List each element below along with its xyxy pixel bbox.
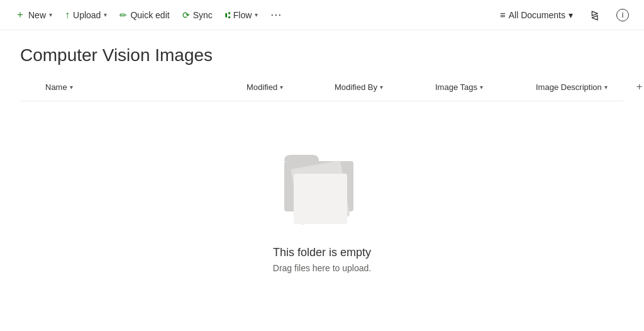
modified-by-sort-icon: ▾ xyxy=(380,84,383,91)
new-button[interactable]: ＋ New ▾ xyxy=(10,4,57,25)
image-description-column-label: Image Description xyxy=(536,82,602,92)
filter-button[interactable]: ⧎ xyxy=(586,5,604,25)
more-icon: ··· xyxy=(270,8,282,21)
add-column-button[interactable]: + xyxy=(636,78,642,96)
image-tags-sort-icon: ▾ xyxy=(480,84,483,91)
modified-by-column-label: Modified By xyxy=(335,82,377,92)
flow-button[interactable]: ⑆ Flow ▾ xyxy=(220,6,264,24)
new-chevron-icon: ▾ xyxy=(49,11,52,18)
flow-icon: ⑆ xyxy=(225,10,230,20)
upload-label: Upload xyxy=(73,10,101,20)
empty-state-subtitle: Drag files here to upload. xyxy=(273,263,371,273)
name-column-label: Name xyxy=(45,82,67,92)
modified-sort-icon: ▾ xyxy=(280,84,283,91)
flow-label: Flow xyxy=(233,10,252,20)
svg-rect-3 xyxy=(294,174,347,224)
new-label: New xyxy=(28,10,46,20)
image-tags-column-label: Image Tags xyxy=(435,82,477,92)
plus-icon: ＋ xyxy=(15,8,25,21)
sync-icon: ⟳ xyxy=(182,10,190,20)
sync-button[interactable]: ⟳ Sync xyxy=(177,6,218,24)
empty-folder-illustration xyxy=(278,126,366,233)
all-documents-label: All Documents xyxy=(509,10,565,20)
list-icon: ≡ xyxy=(500,9,506,20)
sync-label: Sync xyxy=(193,10,213,20)
quick-edit-label: Quick edit xyxy=(130,10,169,20)
filter-icon: ⧎ xyxy=(591,9,599,21)
modified-column-header[interactable]: Modified ▾ xyxy=(247,82,335,92)
column-headers: Name ▾ Modified ▾ Modified By ▾ Image Ta… xyxy=(20,78,624,101)
flow-chevron-icon: ▾ xyxy=(255,11,258,18)
toolbar-right: ≡ All Documents ▾ ⧎ i xyxy=(495,5,634,25)
image-tags-column-header[interactable]: Image Tags ▾ xyxy=(435,82,536,92)
all-documents-button[interactable]: ≡ All Documents ▾ xyxy=(495,6,578,24)
name-column-header[interactable]: Name ▾ xyxy=(45,82,247,92)
upload-icon: ↑ xyxy=(65,9,70,21)
toolbar-left: ＋ New ▾ ↑ Upload ▾ ✏ Quick edit ⟳ Sync ⑆… xyxy=(10,4,495,25)
modified-by-column-header[interactable]: Modified By ▾ xyxy=(335,82,435,92)
upload-button[interactable]: ↑ Upload ▾ xyxy=(60,6,112,25)
name-sort-icon: ▾ xyxy=(70,84,73,91)
info-icon: i xyxy=(616,9,629,21)
edit-icon: ✏ xyxy=(119,10,127,20)
page-content: Computer Vision Images Name ▾ Modified ▾… xyxy=(0,30,644,273)
toolbar: ＋ New ▾ ↑ Upload ▾ ✏ Quick edit ⟳ Sync ⑆… xyxy=(0,0,644,30)
info-button[interactable]: i xyxy=(611,5,634,25)
more-button[interactable]: ··· xyxy=(265,4,287,25)
empty-state-title: This folder is empty xyxy=(273,246,371,259)
modified-column-label: Modified xyxy=(247,82,277,92)
upload-chevron-icon: ▾ xyxy=(104,11,107,18)
page-title: Computer Vision Images xyxy=(20,45,624,65)
all-documents-chevron-icon: ▾ xyxy=(569,10,573,20)
image-description-sort-icon: ▾ xyxy=(604,84,608,91)
empty-state: This folder is empty Drag files here to … xyxy=(20,101,624,273)
image-description-column-header[interactable]: Image Description ▾ xyxy=(536,82,636,92)
quick-edit-button[interactable]: ✏ Quick edit xyxy=(114,6,174,24)
